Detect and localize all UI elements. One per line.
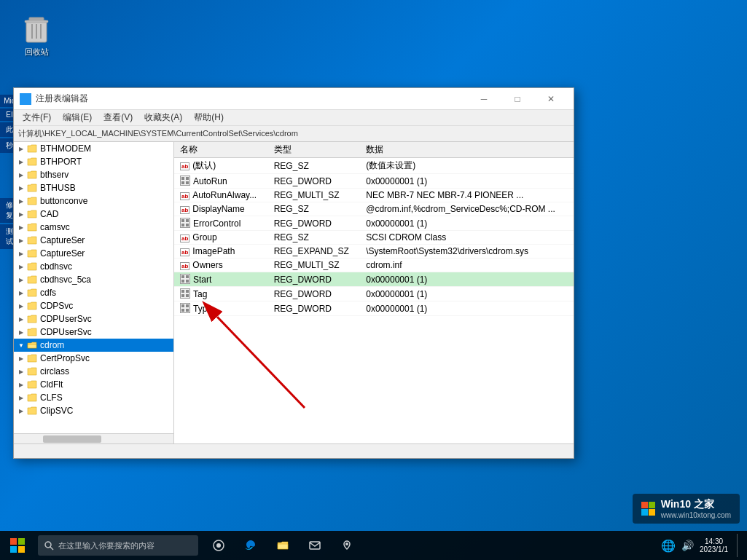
reg-name-text: Start <box>193 275 211 285</box>
reg-name-cell: Start <box>174 272 268 287</box>
table-row[interactable]: TagREG_DWORD0x00000001 (1) <box>174 287 574 301</box>
folder-icon <box>27 275 37 285</box>
tree-label: camsvc <box>40 222 70 232</box>
tree-item-cad[interactable]: ▶ CAD <box>14 208 173 221</box>
taskbar-middle <box>204 531 361 560</box>
tree-item-clfs[interactable]: ▶ CLFS <box>14 391 173 404</box>
reg-type-cell: REG_SZ <box>268 202 361 216</box>
show-desktop-btn[interactable] <box>737 534 741 557</box>
tree-item-bthusb[interactable]: ▶ BTHUSB <box>14 181 173 194</box>
reg-data-cell: 0x00000001 (1) <box>360 272 574 287</box>
svg-rect-20 <box>186 275 189 278</box>
scrollbar-thumb-h[interactable] <box>43 435 101 443</box>
expand-arrow: ▶ <box>17 301 26 310</box>
maximize-button[interactable]: □ <box>501 88 534 110</box>
reg-name-text: AutoRun <box>193 176 227 186</box>
tree-item-clipsvc[interactable]: ▶ ClipSVC <box>14 404 173 417</box>
folder-icon <box>27 353 37 363</box>
svg-rect-15 <box>181 219 184 222</box>
svg-rect-34 <box>18 538 25 545</box>
edge-button[interactable] <box>236 531 265 560</box>
tree-item-certpropsvc[interactable]: ▶ CertPropSvc <box>14 352 173 365</box>
menu-file[interactable]: 文件(F) <box>17 110 57 126</box>
expand-arrow: ▶ <box>17 275 26 284</box>
tree-item-camsvc[interactable]: ▶ camsvc <box>14 221 173 234</box>
svg-rect-10 <box>28 344 36 348</box>
tree-item-captureser1[interactable]: ▶ CaptureSer <box>14 234 173 247</box>
tree-label: cbdhsvc_5ca <box>40 275 91 285</box>
expand-arrow: ▶ <box>17 393 26 402</box>
start-button[interactable] <box>0 531 35 560</box>
recycle-bin-icon[interactable]: 回收站 <box>15 15 58 58</box>
folder-icon <box>27 157 37 167</box>
reg-ab-icon: ab <box>180 192 189 200</box>
table-row[interactable]: abAutoRunAlway...REG_MULTI_SZNEC MBR-7 N… <box>174 189 574 202</box>
reg-type-cell: REG_DWORD <box>268 272 361 287</box>
reg-type-cell: REG_DWORD <box>268 216 361 231</box>
table-row[interactable]: abGroupREG_SZSCSI CDROM Class <box>174 231 574 245</box>
menu-favorites[interactable]: 收藏夹(A) <box>138 110 188 126</box>
reg-type-cell: REG_MULTI_SZ <box>268 259 361 272</box>
tree-item-bthport[interactable]: ▶ BTHPORT <box>14 155 173 168</box>
svg-rect-22 <box>186 280 189 283</box>
tree-item-cbdhsvc[interactable]: ▶ cbdhsvc <box>14 260 173 273</box>
tree-scroll[interactable]: ▶ BTHMODEM ▶ BTHPORT <box>14 142 173 433</box>
tree-item-cldflt[interactable]: ▶ CldFlt <box>14 378 173 391</box>
table-row[interactable]: ab(默认)REG_SZ(数值未设置) <box>174 158 574 174</box>
table-row[interactable]: abOwnersREG_MULTI_SZcdrom.inf <box>174 259 574 272</box>
col-data: 数据 <box>360 142 574 158</box>
menu-view[interactable]: 查看(V) <box>98 110 138 126</box>
svg-rect-16 <box>186 219 189 222</box>
menu-help[interactable]: 帮助(H) <box>188 110 230 126</box>
expand-arrow: ▶ <box>17 157 26 166</box>
table-row[interactable]: StartREG_DWORD0x00000001 (1) <box>174 272 574 287</box>
tree-item-buttonconve[interactable]: ▶ buttonconve <box>14 194 173 208</box>
col-type: 类型 <box>268 142 361 158</box>
reg-name-cell: abGroup <box>174 231 268 245</box>
status-bar <box>14 443 574 458</box>
table-row[interactable]: abImagePathREG_EXPAND_SZ\SystemRoot\Syst… <box>174 245 574 259</box>
reg-name-cell: Tag <box>174 287 268 301</box>
table-row[interactable]: AutoRunREG_DWORD0x00000001 (1) <box>174 174 574 189</box>
explorer-button[interactable] <box>268 531 297 560</box>
tree-item-cdrom[interactable]: ▼ cdrom <box>14 339 173 352</box>
tree-item-cdfs[interactable]: ▶ cdfs <box>14 286 173 299</box>
taskbar-search[interactable]: 在这里输入你要搜索的内容 <box>38 535 198 556</box>
menu-edit[interactable]: 编辑(E) <box>57 110 98 126</box>
network-button[interactable] <box>332 531 361 560</box>
reg-type-cell: REG_SZ <box>268 158 361 174</box>
recycle-bin-label: 回收站 <box>25 47 49 58</box>
tree-item-bthserv[interactable]: ▶ bthserv <box>14 168 173 181</box>
tree-item-bthmodem[interactable]: ▶ BTHMODEM <box>14 142 173 155</box>
svg-rect-27 <box>181 304 184 307</box>
tree-item-cdpusersvc2[interactable]: ▶ CDPUserSvc <box>14 326 173 339</box>
reg-name-cell: abDisplayName <box>174 202 268 216</box>
expand-arrow: ▶ <box>17 223 26 232</box>
mail-button[interactable] <box>300 531 329 560</box>
reg-data-cell: NEC MBR-7 NEC MBR-7.4 PIONEER ... <box>360 189 574 202</box>
desktop: 回收站 Mic EI 此 秒 修复 测试 注册表编辑器 ─ □ ✕ <box>0 0 747 560</box>
tree-item-cbdhsvc5ca[interactable]: ▶ cbdhsvc_5ca <box>14 273 173 286</box>
logo-cell-blue <box>641 509 648 516</box>
tree-item-captureser2[interactable]: ▶ CaptureSer <box>14 247 173 260</box>
window-controls: ─ □ ✕ <box>467 88 568 110</box>
close-button[interactable]: ✕ <box>534 88 568 110</box>
expand-arrow: ▶ <box>17 367 26 376</box>
minimize-button[interactable]: ─ <box>467 88 501 110</box>
task-view-button[interactable] <box>204 531 233 560</box>
tree-label: CAD <box>40 209 58 219</box>
tree-item-cdpsvc[interactable]: ▶ CDPSvc <box>14 299 173 312</box>
reg-name-cell: ErrorControl <box>174 216 268 231</box>
svg-rect-11 <box>181 177 184 180</box>
table-row[interactable]: abDisplayNameREG_SZ@cdrom.inf,%cdrom_Ser… <box>174 202 574 216</box>
folder-icon <box>27 301 37 311</box>
folder-icon <box>27 393 37 403</box>
table-row[interactable]: TypeREG_DWORD0x00000001 (1) <box>174 301 574 316</box>
win10-badge: Win10 之家 www.win10xtong.com <box>633 494 740 524</box>
folder-icon-open <box>27 340 37 350</box>
tree-item-circlass[interactable]: ▶ circlass <box>14 365 173 378</box>
tree-item-cdpusersvc1[interactable]: ▶ CDPUserSvc <box>14 312 173 326</box>
table-row[interactable]: ErrorControlREG_DWORD0x00000001 (1) <box>174 216 574 231</box>
svg-rect-2 <box>25 20 48 23</box>
tree-scrollbar-h[interactable] <box>14 433 173 443</box>
